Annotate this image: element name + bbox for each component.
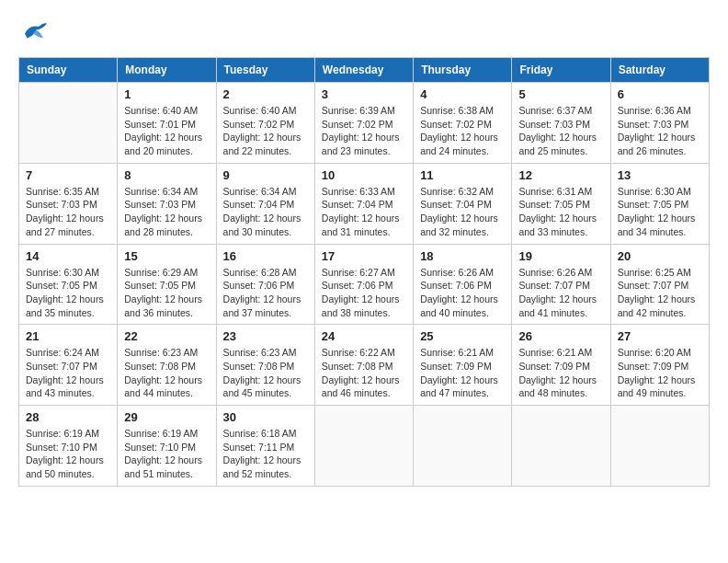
day-info: Sunrise: 6:18 AM Sunset: 7:11 PM Dayligh… xyxy=(223,427,308,481)
calendar-cell: 14Sunrise: 6:30 AM Sunset: 7:05 PM Dayli… xyxy=(19,244,118,325)
calendar-cell: 23Sunrise: 6:23 AM Sunset: 7:08 PM Dayli… xyxy=(216,325,314,406)
calendar-cell: 30Sunrise: 6:18 AM Sunset: 7:11 PM Dayli… xyxy=(216,406,314,487)
calendar-cell: 25Sunrise: 6:21 AM Sunset: 7:09 PM Dayli… xyxy=(414,325,512,406)
day-number: 20 xyxy=(618,249,702,263)
calendar-cell: 8Sunrise: 6:34 AM Sunset: 7:03 PM Daylig… xyxy=(118,163,216,244)
weekday-header-sunday: Sunday xyxy=(19,58,118,83)
calendar-cell: 20Sunrise: 6:25 AM Sunset: 7:07 PM Dayli… xyxy=(610,244,709,325)
day-info: Sunrise: 6:40 AM Sunset: 7:02 PM Dayligh… xyxy=(223,104,308,158)
calendar-cell: 3Sunrise: 6:39 AM Sunset: 7:02 PM Daylig… xyxy=(314,83,413,164)
weekday-header-monday: Monday xyxy=(118,58,216,83)
day-info: Sunrise: 6:19 AM Sunset: 7:10 PM Dayligh… xyxy=(26,427,110,481)
day-number: 27 xyxy=(618,329,702,343)
day-number: 24 xyxy=(322,329,406,343)
day-number: 28 xyxy=(26,410,110,424)
day-number: 4 xyxy=(420,87,505,101)
calendar-cell xyxy=(314,406,413,487)
calendar-cell: 9Sunrise: 6:34 AM Sunset: 7:04 PM Daylig… xyxy=(216,163,314,244)
calendar-cell: 12Sunrise: 6:31 AM Sunset: 7:05 PM Dayli… xyxy=(512,163,610,244)
calendar-week-row: 1Sunrise: 6:40 AM Sunset: 7:01 PM Daylig… xyxy=(19,83,710,164)
calendar-week-row: 28Sunrise: 6:19 AM Sunset: 7:10 PM Dayli… xyxy=(19,406,710,487)
weekday-header-wednesday: Wednesday xyxy=(314,58,413,83)
page-header xyxy=(18,18,710,48)
day-number: 26 xyxy=(518,329,603,343)
day-info: Sunrise: 6:36 AM Sunset: 7:03 PM Dayligh… xyxy=(618,104,702,158)
day-number: 14 xyxy=(26,249,110,263)
calendar-cell: 5Sunrise: 6:37 AM Sunset: 7:03 PM Daylig… xyxy=(512,83,610,164)
calendar-week-row: 14Sunrise: 6:30 AM Sunset: 7:05 PM Dayli… xyxy=(19,244,710,325)
day-info: Sunrise: 6:19 AM Sunset: 7:10 PM Dayligh… xyxy=(124,427,209,481)
day-info: Sunrise: 6:27 AM Sunset: 7:06 PM Dayligh… xyxy=(322,266,406,320)
weekday-header-row: SundayMondayTuesdayWednesdayThursdayFrid… xyxy=(19,58,710,83)
calendar-cell: 27Sunrise: 6:20 AM Sunset: 7:09 PM Dayli… xyxy=(610,325,709,406)
day-info: Sunrise: 6:25 AM Sunset: 7:07 PM Dayligh… xyxy=(618,266,702,320)
day-number: 17 xyxy=(322,249,406,263)
day-info: Sunrise: 6:30 AM Sunset: 7:05 PM Dayligh… xyxy=(26,266,110,320)
day-number: 23 xyxy=(223,329,308,343)
day-number: 18 xyxy=(420,249,505,263)
day-number: 19 xyxy=(518,249,603,263)
day-number: 15 xyxy=(124,249,209,263)
calendar-cell: 10Sunrise: 6:33 AM Sunset: 7:04 PM Dayli… xyxy=(314,163,413,244)
calendar-cell: 1Sunrise: 6:40 AM Sunset: 7:01 PM Daylig… xyxy=(118,83,216,164)
day-number: 9 xyxy=(223,168,308,182)
day-info: Sunrise: 6:34 AM Sunset: 7:04 PM Dayligh… xyxy=(223,185,308,239)
day-info: Sunrise: 6:32 AM Sunset: 7:04 PM Dayligh… xyxy=(420,185,505,239)
day-number: 22 xyxy=(124,329,209,343)
day-info: Sunrise: 6:24 AM Sunset: 7:07 PM Dayligh… xyxy=(26,346,110,400)
day-number: 10 xyxy=(322,168,406,182)
day-number: 7 xyxy=(26,168,110,182)
calendar-cell: 21Sunrise: 6:24 AM Sunset: 7:07 PM Dayli… xyxy=(19,325,118,406)
logo xyxy=(18,18,48,48)
day-info: Sunrise: 6:35 AM Sunset: 7:03 PM Dayligh… xyxy=(26,185,110,239)
calendar-cell: 18Sunrise: 6:26 AM Sunset: 7:06 PM Dayli… xyxy=(414,244,512,325)
day-number: 3 xyxy=(322,87,406,101)
calendar-cell: 4Sunrise: 6:38 AM Sunset: 7:02 PM Daylig… xyxy=(414,83,512,164)
day-info: Sunrise: 6:29 AM Sunset: 7:05 PM Dayligh… xyxy=(124,266,209,320)
calendar-cell: 24Sunrise: 6:22 AM Sunset: 7:08 PM Dayli… xyxy=(314,325,413,406)
day-number: 25 xyxy=(420,329,505,343)
weekday-header-tuesday: Tuesday xyxy=(216,58,314,83)
day-number: 5 xyxy=(518,87,603,101)
day-info: Sunrise: 6:21 AM Sunset: 7:09 PM Dayligh… xyxy=(420,346,505,400)
calendar-cell: 15Sunrise: 6:29 AM Sunset: 7:05 PM Dayli… xyxy=(118,244,216,325)
day-info: Sunrise: 6:20 AM Sunset: 7:09 PM Dayligh… xyxy=(618,346,702,400)
weekday-header-friday: Friday xyxy=(512,58,610,83)
day-number: 30 xyxy=(223,410,308,424)
calendar-cell xyxy=(512,406,610,487)
calendar-cell: 6Sunrise: 6:36 AM Sunset: 7:03 PM Daylig… xyxy=(610,83,709,164)
calendar-week-row: 7Sunrise: 6:35 AM Sunset: 7:03 PM Daylig… xyxy=(19,163,710,244)
day-info: Sunrise: 6:21 AM Sunset: 7:09 PM Dayligh… xyxy=(518,346,603,400)
calendar-cell xyxy=(414,406,512,487)
calendar-cell: 11Sunrise: 6:32 AM Sunset: 7:04 PM Dayli… xyxy=(414,163,512,244)
day-number: 11 xyxy=(420,168,505,182)
day-info: Sunrise: 6:37 AM Sunset: 7:03 PM Dayligh… xyxy=(518,104,603,158)
calendar-cell: 28Sunrise: 6:19 AM Sunset: 7:10 PM Dayli… xyxy=(19,406,118,487)
day-info: Sunrise: 6:33 AM Sunset: 7:04 PM Dayligh… xyxy=(322,185,406,239)
day-number: 12 xyxy=(518,168,603,182)
day-info: Sunrise: 6:34 AM Sunset: 7:03 PM Dayligh… xyxy=(124,185,209,239)
day-number: 2 xyxy=(223,87,308,101)
day-number: 29 xyxy=(124,410,209,424)
day-info: Sunrise: 6:26 AM Sunset: 7:07 PM Dayligh… xyxy=(518,266,603,320)
calendar-cell xyxy=(610,406,709,487)
calendar-cell: 2Sunrise: 6:40 AM Sunset: 7:02 PM Daylig… xyxy=(216,83,314,164)
day-info: Sunrise: 6:23 AM Sunset: 7:08 PM Dayligh… xyxy=(223,346,308,400)
day-number: 1 xyxy=(124,87,209,101)
day-info: Sunrise: 6:26 AM Sunset: 7:06 PM Dayligh… xyxy=(420,266,505,320)
calendar-cell: 29Sunrise: 6:19 AM Sunset: 7:10 PM Dayli… xyxy=(118,406,216,487)
day-info: Sunrise: 6:23 AM Sunset: 7:08 PM Dayligh… xyxy=(124,346,209,400)
day-number: 16 xyxy=(223,249,308,263)
day-info: Sunrise: 6:38 AM Sunset: 7:02 PM Dayligh… xyxy=(420,104,505,158)
calendar-cell: 26Sunrise: 6:21 AM Sunset: 7:09 PM Dayli… xyxy=(512,325,610,406)
calendar-cell: 22Sunrise: 6:23 AM Sunset: 7:08 PM Dayli… xyxy=(118,325,216,406)
calendar-cell: 17Sunrise: 6:27 AM Sunset: 7:06 PM Dayli… xyxy=(314,244,413,325)
calendar-week-row: 21Sunrise: 6:24 AM Sunset: 7:07 PM Dayli… xyxy=(19,325,710,406)
weekday-header-saturday: Saturday xyxy=(610,58,709,83)
calendar-cell: 13Sunrise: 6:30 AM Sunset: 7:05 PM Dayli… xyxy=(610,163,709,244)
calendar-table: SundayMondayTuesdayWednesdayThursdayFrid… xyxy=(18,57,710,487)
calendar-cell: 7Sunrise: 6:35 AM Sunset: 7:03 PM Daylig… xyxy=(19,163,118,244)
calendar-cell: 16Sunrise: 6:28 AM Sunset: 7:06 PM Dayli… xyxy=(216,244,314,325)
day-number: 21 xyxy=(26,329,110,343)
day-info: Sunrise: 6:22 AM Sunset: 7:08 PM Dayligh… xyxy=(322,346,406,400)
